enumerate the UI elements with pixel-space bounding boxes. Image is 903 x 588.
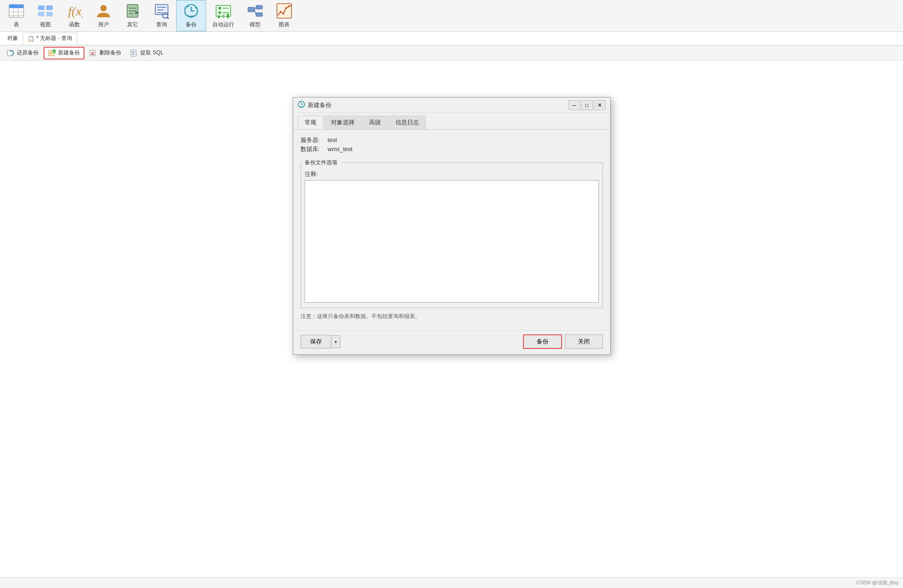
table-icon (8, 3, 25, 19)
toolbar-label-chart: 图表 (279, 21, 290, 29)
new-backup-dialog: 新建备份 ─ □ ✕ 常规 对象选择 高级 (293, 97, 611, 355)
svg-point-42 (288, 5, 290, 7)
delete-backup-icon (89, 49, 98, 57)
tab-query-icon: 📋 (28, 35, 35, 42)
restore-backup-label: 还原备份 (17, 49, 39, 57)
function-icon: f(x) (66, 3, 83, 19)
toolbar-item-chart[interactable]: 图表 (270, 0, 299, 31)
svg-text:+: + (49, 51, 52, 56)
extract-sql-label: 提取 SQL (140, 49, 163, 57)
toolbar-label-autorun: 自动运行 (212, 21, 234, 29)
model-icon (247, 3, 263, 19)
restore-icon (7, 49, 15, 57)
toolbar-item-query[interactable]: 查询 (147, 0, 176, 31)
dialog-tab-general[interactable]: 常规 (298, 116, 323, 129)
dialog-tab-info-log[interactable]: 信息日志 (389, 116, 426, 129)
modal-overlay: 新建备份 ─ □ ✕ 常规 对象选择 高级 (0, 97, 903, 577)
svg-rect-30 (218, 15, 220, 18)
other-icon (124, 3, 141, 19)
comment-label: 注释: (305, 170, 599, 178)
server-row: 服务器: test (301, 136, 603, 144)
extract-sql-icon (130, 49, 138, 57)
toolbar-label-backup: 备份 (186, 21, 197, 29)
action-buttons: 备份 关闭 (523, 334, 603, 349)
svg-point-39 (280, 11, 281, 13)
toolbar-item-view[interactable]: 视图 (31, 0, 60, 31)
svg-rect-33 (248, 7, 254, 12)
toolbar-label-view: 视图 (40, 21, 51, 29)
dialog-tabs: 常规 对象选择 高级 信息日志 (293, 113, 610, 130)
dialog-title: 新建备份 (298, 101, 331, 109)
dialog-tab-object-selection[interactable]: 对象选择 (324, 116, 361, 129)
dialog-restore-button[interactable]: □ (581, 100, 593, 110)
svg-text:+: + (53, 50, 54, 53)
statusbar-text: CSDN @佳德_Boy (857, 579, 898, 586)
backup-options-group: 备份文件选项 注释: (301, 157, 603, 308)
subtoolbar: 还原备份 + + 新建备份 删除备份 (0, 45, 903, 61)
toolbar-item-model[interactable]: 模型 (241, 0, 270, 31)
dialog-controls: ─ □ ✕ (568, 100, 606, 110)
svg-line-37 (254, 10, 256, 15)
main-toolbar: 表 视图 f(x) 函数 用户 (0, 0, 903, 32)
svg-rect-31 (222, 15, 224, 18)
svg-point-40 (282, 13, 284, 15)
save-dropdown-button[interactable]: ▾ (331, 335, 340, 348)
toolbar-label-function: 函数 (69, 21, 80, 29)
dialog-footer: 保存 ▾ 备份 关闭 (293, 330, 610, 354)
new-backup-button[interactable]: + + 新建备份 (44, 47, 84, 59)
svg-point-26 (218, 7, 221, 10)
save-button[interactable]: 保存 (301, 335, 331, 348)
dialog-body: 服务器: test 数据库: wms_test 备份文件选项 注释: 注意：这将 (293, 130, 610, 330)
statusbar: CSDN @佳德_Boy (0, 577, 903, 588)
tab-query-label: * 无标题 - 查询 (36, 34, 72, 42)
backup-button[interactable]: 备份 (523, 334, 562, 349)
toolbar-item-user[interactable]: 用户 (89, 0, 118, 31)
toolbar-label-table: 表 (14, 21, 19, 29)
toolbar-label-model: 模型 (250, 21, 261, 29)
notice-text: 注意：这将只备份表和数据。不包括查询和报表。 (301, 313, 603, 320)
toolbar-item-autorun[interactable]: 自动运行 (206, 0, 241, 31)
chart-icon (276, 3, 292, 19)
toolbar-label-user: 用户 (98, 21, 109, 29)
database-value: wms_test (328, 146, 353, 152)
backup-options-legend: 备份文件选项 (301, 157, 341, 168)
delete-backup-label: 删除备份 (99, 49, 121, 57)
toolbar-item-table[interactable]: 表 (2, 0, 31, 31)
tabbar: 对象 📋 * 无标题 - 查询 (0, 32, 903, 45)
database-label: 数据库: (301, 145, 328, 153)
svg-rect-32 (227, 14, 229, 18)
view-icon (37, 3, 54, 19)
svg-rect-9 (46, 12, 53, 16)
toolbar-item-other[interactable]: 其它 (118, 0, 147, 31)
save-button-group: 保存 ▾ (301, 335, 340, 348)
svg-line-36 (254, 7, 256, 10)
svg-line-22 (167, 17, 169, 19)
dialog-title-text: 新建备份 (308, 101, 331, 109)
toolbar-item-function[interactable]: f(x) 函数 (60, 0, 89, 31)
tab-query[interactable]: 📋 * 无标题 - 查询 (23, 33, 77, 44)
dialog-titlebar: 新建备份 ─ □ ✕ (293, 98, 610, 113)
svg-text:f(x): f(x) (68, 4, 83, 18)
dialog-minimize-button[interactable]: ─ (568, 100, 580, 110)
restore-backup-button[interactable]: 还原备份 (3, 47, 43, 59)
svg-rect-7 (46, 5, 53, 10)
server-value: test (328, 137, 337, 143)
new-backup-label: 新建备份 (58, 49, 80, 57)
svg-rect-34 (256, 5, 262, 9)
dialog-close-button[interactable]: ✕ (594, 100, 606, 110)
extract-sql-button[interactable]: 提取 SQL (126, 47, 168, 59)
autorun-icon (215, 3, 232, 19)
user-icon (95, 3, 112, 19)
backup-options-content: 注释: (301, 168, 602, 308)
close-dialog-button[interactable]: 关闭 (565, 334, 603, 349)
delete-backup-button[interactable]: 删除备份 (85, 47, 125, 59)
tab-object[interactable]: 对象 (3, 33, 23, 44)
svg-point-11 (100, 5, 107, 11)
svg-point-41 (285, 7, 287, 9)
dialog-tab-advanced[interactable]: 高级 (362, 116, 388, 129)
toolbar-item-backup[interactable]: 备份 (176, 0, 206, 31)
new-backup-icon: + + (48, 49, 56, 57)
toolbar-label-query: 查询 (156, 21, 167, 29)
comment-textarea[interactable] (305, 180, 599, 303)
server-label: 服务器: (301, 136, 328, 144)
